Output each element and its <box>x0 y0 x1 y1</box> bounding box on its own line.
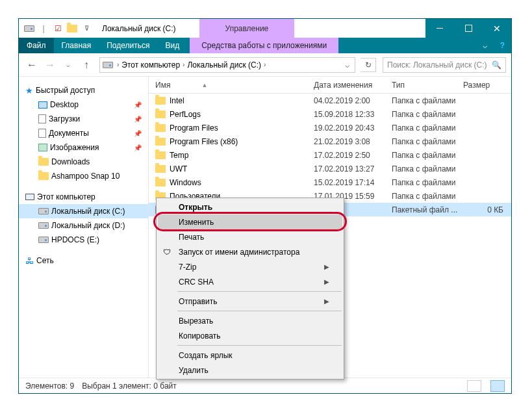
column-type[interactable]: Тип <box>392 81 463 90</box>
folder-icon <box>155 179 166 187</box>
folder-icon <box>38 158 49 166</box>
document-icon <box>38 129 46 138</box>
folder-icon <box>155 165 166 173</box>
column-name[interactable]: Имя▲ <box>149 81 314 90</box>
item-date: 15.02.2019 17:14 <box>314 178 392 187</box>
item-name: Program Files (x86) <box>170 137 238 146</box>
tree-ashampoo[interactable]: Ashampoo Snap 10 <box>19 169 148 183</box>
pin-icon: 📌 <box>134 116 142 123</box>
search-icon[interactable]: 🔍 <box>492 60 501 70</box>
tree-drive-c[interactable]: Локальный диск (C:) <box>19 204 148 218</box>
tab-drive-tools[interactable]: Средства работы с приложениями <box>190 38 338 53</box>
item-date: 19.02.2019 20:43 <box>314 123 392 133</box>
folder-icon <box>155 138 166 146</box>
qat-chevron[interactable]: ⊽ <box>81 23 92 34</box>
list-item[interactable]: Intel04.02.2019 2:00Папка с файлами <box>149 94 511 107</box>
folder-icon <box>38 172 49 180</box>
list-item[interactable]: UWT17.02.2019 13:27Папка с файлами <box>149 162 511 175</box>
up-button[interactable]: ↑ <box>79 57 94 73</box>
item-type: Папка с файлами <box>392 123 463 133</box>
tree-pictures[interactable]: Изображения📌 <box>19 140 148 155</box>
ctx-cut[interactable]: Вырезать <box>158 313 342 328</box>
ribbon-tabs: Файл Главная Поделиться Вид Средства раб… <box>19 38 511 53</box>
breadcrumb-drive-c[interactable]: Локальный диск (C:) <box>186 60 262 70</box>
ctx-send-to[interactable]: Отправить▶ <box>158 294 342 309</box>
pin-icon: 📌 <box>134 101 142 109</box>
search-placeholder: Поиск: Локальный диск (C:) <box>387 60 492 70</box>
list-item[interactable]: Windows15.02.2019 17:14Папка с файлами <box>149 175 511 189</box>
status-bar: Элементов: 9 Выбран 1 элемент: 0 байт <box>19 378 511 393</box>
tree-drive-e[interactable]: HPDOCS (E:) <box>19 233 148 247</box>
column-headers: Имя▲ Дата изменения Тип Размер <box>149 77 511 94</box>
ctx-crc-sha[interactable]: CRC SHA▶ <box>158 274 342 289</box>
maximize-button[interactable] <box>454 19 483 38</box>
history-dropdown[interactable]: ⌵ <box>60 57 76 73</box>
item-date: 17.02.2019 13:27 <box>314 164 392 174</box>
status-selection: Выбран 1 элемент: 0 байт <box>82 381 177 391</box>
folder-icon[interactable] <box>67 23 77 34</box>
folder-icon <box>155 124 166 132</box>
item-type: Папка с файлами <box>392 151 463 160</box>
view-large-icons-button[interactable] <box>490 380 505 392</box>
ctx-create-shortcut[interactable]: Создать ярлык <box>158 348 342 363</box>
window-controls: ✕ <box>425 19 511 38</box>
help-icon[interactable]: ? <box>494 38 511 53</box>
ctx-delete[interactable]: Удалить <box>158 363 342 378</box>
tree-downloads-en[interactable]: Downloads <box>19 155 148 169</box>
tree-thispc[interactable]: Этот компьютер <box>19 190 148 204</box>
tab-home[interactable]: Главная <box>54 38 99 53</box>
tree-quick-access[interactable]: ★Быстрый доступ <box>19 83 148 97</box>
ctx-print[interactable]: Печать <box>158 229 342 244</box>
ribbon-expand-icon[interactable]: ⌵ <box>476 38 494 53</box>
refresh-button[interactable]: ↻ <box>361 58 376 72</box>
ctx-run-as-admin[interactable]: 🛡Запуск от имени администратора <box>158 244 342 259</box>
item-type: Папка с файлами <box>392 96 463 105</box>
item-date: 21.02.2019 3:08 <box>314 137 392 146</box>
tab-file[interactable]: Файл <box>19 38 54 53</box>
minimize-button[interactable] <box>425 19 454 38</box>
item-type: Папка с файлами <box>392 192 463 201</box>
list-item[interactable]: Program Files19.02.2019 20:43Папка с фай… <box>149 121 511 135</box>
view-details-button[interactable] <box>467 380 481 392</box>
item-type: Папка с файлами <box>392 110 463 119</box>
folder-icon <box>155 151 166 159</box>
search-input[interactable]: Поиск: Локальный диск (C:) 🔍 <box>383 57 506 73</box>
item-name: Windows <box>170 178 201 187</box>
tab-view[interactable]: Вид <box>157 38 187 53</box>
pictures-icon <box>38 144 47 151</box>
ctx-copy[interactable]: Копировать <box>158 328 342 343</box>
tree-drive-d[interactable]: Локальный диск (D:) <box>19 218 148 233</box>
close-button[interactable]: ✕ <box>483 19 511 38</box>
ctx-open[interactable]: Открыть <box>158 200 342 214</box>
column-date[interactable]: Дата изменения <box>314 81 392 90</box>
column-size[interactable]: Размер <box>463 81 511 90</box>
star-icon: ★ <box>25 86 33 96</box>
list-item[interactable]: Temp17.02.2019 2:50Папка с файлами <box>149 148 511 162</box>
tab-share[interactable]: Поделиться <box>99 38 157 53</box>
forward-button[interactable]: → <box>42 57 58 73</box>
address-bar[interactable]: › Этот компьютер › Локальный диск (C:) ›… <box>99 57 355 73</box>
drive-icon <box>24 23 34 34</box>
item-type: Папка с файлами <box>392 178 463 187</box>
ctx-separator <box>177 311 342 311</box>
item-type: Папка с файлами <box>392 164 463 174</box>
tree-network[interactable]: 🖧Сеть <box>19 253 148 268</box>
address-dropdown-icon[interactable]: ⌵ <box>342 60 352 70</box>
tree-downloads-ru[interactable]: Загрузки📌 <box>19 112 148 126</box>
item-type: Пакетный файл ... <box>392 205 463 214</box>
back-button[interactable]: ← <box>24 57 40 73</box>
tree-desktop[interactable]: Desktop📌 <box>19 97 148 112</box>
chevron-right-icon[interactable]: › <box>116 61 120 68</box>
pc-icon <box>25 194 34 200</box>
list-item[interactable]: PerfLogs15.09.2018 12:33Папка с файлами <box>149 107 511 121</box>
list-item[interactable]: Program Files (x86)21.02.2019 3:08Папка … <box>149 135 511 148</box>
contextual-tab-header: Управление <box>199 19 295 38</box>
ctx-edit[interactable]: Изменить <box>158 214 342 229</box>
tree-documents[interactable]: Документы📌 <box>19 126 148 140</box>
ctx-7zip[interactable]: 7-Zip▶ <box>158 259 342 274</box>
breadcrumb-thispc[interactable]: Этот компьютер <box>120 60 181 70</box>
drive-icon <box>38 222 49 229</box>
properties-icon[interactable]: ☑ <box>53 23 63 34</box>
chevron-right-icon[interactable]: › <box>181 61 186 68</box>
chevron-right-icon[interactable]: › <box>262 61 267 68</box>
